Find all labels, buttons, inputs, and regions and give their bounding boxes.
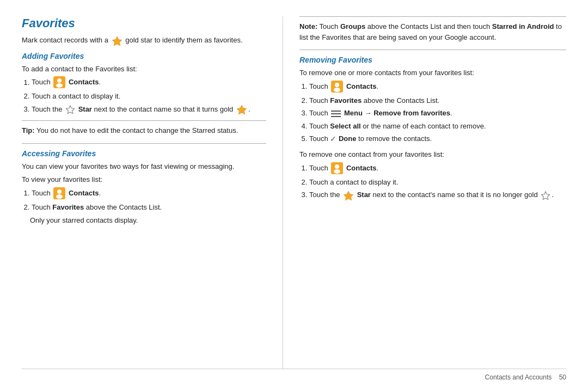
- note-text: Note: Touch Groups above the Contacts Li…: [299, 21, 566, 42]
- gold-star-icon-2: [236, 104, 247, 115]
- checkmark-icon: ✓: [330, 133, 336, 145]
- svg-point-7: [57, 189, 62, 194]
- removing-single-step-2: Touch a contact to display it.: [309, 177, 566, 188]
- svg-point-16: [335, 164, 339, 169]
- adding-step-3: Touch the Star next to the contact name …: [32, 104, 266, 115]
- adding-step-2: Touch a contact to display it.: [32, 91, 266, 102]
- removing-single-intro: To remove one contact from your favorite…: [299, 149, 566, 160]
- page-title: Favorites: [22, 16, 266, 30]
- contacts-icon-4: [331, 162, 343, 174]
- accessing-list-intro: To view your favorites list:: [22, 174, 266, 185]
- star-outline-icon: [65, 105, 75, 114]
- removing-step-2: Touch Favorites above the Contacts List.: [309, 95, 566, 106]
- star-outline-icon-2: [541, 191, 550, 200]
- removing-step-5: Touch ✓ Done to remove the contacts.: [309, 133, 566, 145]
- accessing-intro: You can view your favorites two ways for…: [22, 161, 266, 172]
- page-number: 50: [559, 373, 566, 381]
- removing-single-step-3: Touch the Star next to the contact's nam…: [309, 189, 566, 201]
- footer: Contacts and Accounts 50: [22, 369, 566, 381]
- accessing-step-3: Only your starred contacts display.: [30, 215, 266, 226]
- tip-text: Tip: You do not have to edit the contact…: [22, 125, 266, 136]
- removing-multi-intro: To remove one or more contacts from your…: [299, 68, 566, 78]
- adding-intro: To add a contact to the Favorites list:: [22, 64, 266, 75]
- adding-favorites-title: Adding Favorites: [22, 52, 266, 60]
- svg-point-8: [56, 194, 63, 199]
- tip-box: Tip: You do not have to edit the contact…: [22, 120, 266, 144]
- svg-point-17: [334, 169, 340, 174]
- svg-marker-18: [344, 191, 353, 200]
- contacts-icon-3: [331, 81, 343, 93]
- svg-point-11: [334, 88, 340, 92]
- footer-label: Contacts and Accounts: [485, 373, 552, 381]
- svg-rect-12: [331, 111, 341, 112]
- contacts-icon-2: [53, 187, 65, 199]
- svg-marker-5: [237, 105, 247, 114]
- gold-star-icon: [112, 35, 122, 46]
- contacts-icon-1: [53, 76, 65, 88]
- page: Favorites Mark contact records with a go…: [0, 0, 588, 392]
- removing-favorites-title: Removing Favorites: [299, 56, 566, 64]
- svg-rect-14: [331, 116, 341, 117]
- menu-icon: [331, 110, 341, 118]
- svg-point-3: [56, 83, 63, 88]
- removing-single-step-1: Touch Contacts.: [309, 163, 566, 175]
- accessing-step-2: Touch Favorites above the Contacts List.: [32, 202, 266, 213]
- left-column: Favorites Mark contact records with a go…: [22, 16, 283, 369]
- svg-point-2: [57, 78, 62, 83]
- svg-rect-13: [331, 113, 341, 114]
- svg-marker-19: [542, 192, 550, 200]
- svg-point-10: [335, 83, 339, 87]
- adding-steps: Touch Contacts. Touch a contact to displ…: [32, 77, 266, 115]
- removing-multi-steps: Touch Contacts. Touch Favorites above th…: [309, 81, 566, 145]
- removing-step-4: Touch Select all or the name of each con…: [309, 121, 566, 132]
- note-box: Note: Touch Groups above the Contacts Li…: [299, 16, 566, 50]
- removing-single-steps: Touch Contacts. Touch a contact to displ…: [309, 163, 566, 201]
- intro-text: Mark contact records with a gold star to…: [22, 35, 266, 46]
- accessing-step-1: Touch Contacts.: [32, 188, 266, 200]
- accessing-favorites-title: Accessing Favorites: [22, 149, 266, 158]
- adding-step-1: Touch Contacts.: [32, 77, 266, 89]
- accessing-steps: Touch Contacts. Touch Favorites above th…: [32, 188, 266, 213]
- removing-step-1: Touch Contacts.: [309, 81, 566, 93]
- right-column: Note: Touch Groups above the Contacts Li…: [283, 16, 566, 369]
- svg-marker-4: [66, 106, 75, 114]
- gold-star-icon-3: [343, 190, 354, 201]
- svg-marker-0: [112, 36, 122, 46]
- removing-step-3: Touch Menu → Remove from favorites.: [309, 108, 566, 119]
